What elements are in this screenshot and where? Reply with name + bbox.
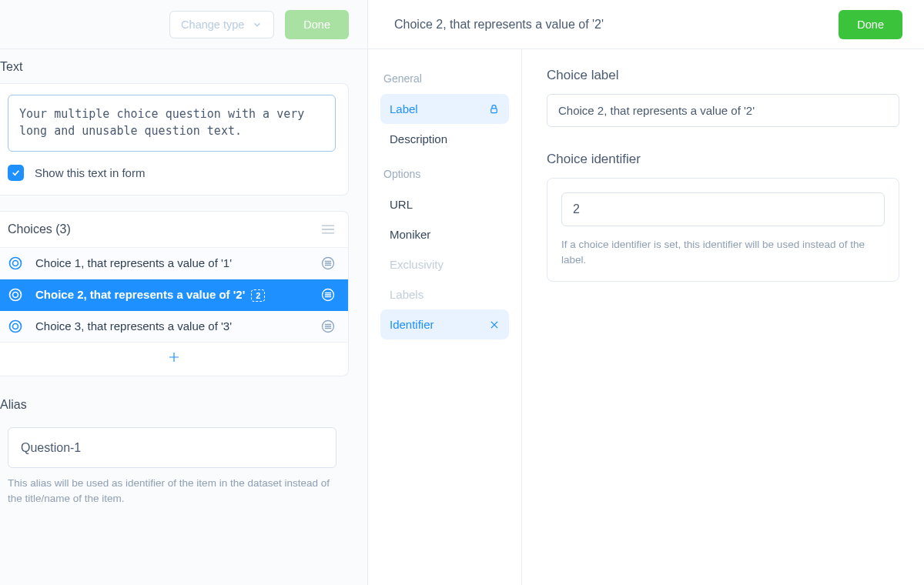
choice-row-3[interactable]: Choice 3, that represents a value of '3'	[0, 311, 348, 343]
nav-item-labels: Labels	[380, 279, 509, 309]
add-choice-button[interactable]	[0, 343, 348, 376]
alias-help-text: This alias will be used as identifier of…	[8, 476, 336, 507]
question-editor-panel: Change type Done Text Show this text in …	[0, 0, 368, 585]
choice-label: Choice 2, that represents a value of '2'…	[35, 288, 308, 301]
choice-identifier-input[interactable]	[561, 192, 885, 226]
nav-item-identifier[interactable]: Identifier	[380, 309, 509, 339]
alias-section-title: Alias	[0, 398, 367, 412]
left-body: Text Show this text in form Choices (3) …	[0, 49, 367, 585]
svg-point-9	[10, 289, 22, 300]
choice-detail-panel: Choice label Choice identifier If a choi…	[522, 0, 924, 585]
reorder-icon[interactable]	[320, 223, 336, 236]
nav-item-label: Moniker	[390, 228, 430, 241]
svg-point-10	[13, 292, 18, 297]
choices-list: Choice 1, that represents a value of '1'…	[0, 248, 348, 343]
nav-list-general: LabelDescription	[380, 94, 509, 154]
nav-item-label: Description	[390, 132, 447, 145]
nav-item-moniker[interactable]: Moniker	[380, 219, 509, 249]
choice-identifier-help: If a choice identifier is set, this iden…	[561, 237, 885, 269]
nav-item-label: Labels	[390, 288, 424, 301]
choice-label-title: Choice label	[547, 68, 899, 83]
svg-point-15	[10, 320, 22, 332]
nav-item-label: Identifier	[390, 318, 434, 331]
close-icon[interactable]	[489, 319, 500, 330]
svg-point-4	[13, 260, 18, 266]
radio-icon	[8, 319, 23, 334]
choice-label-input[interactable]	[547, 94, 899, 127]
detail-header-title: Choice 2, that represents a value of '2'	[394, 18, 604, 32]
nav-item-description[interactable]: Description	[380, 124, 509, 154]
change-type-label: Change type	[181, 18, 244, 31]
text-section-title: Text	[0, 60, 367, 74]
show-text-label: Show this text in form	[35, 166, 145, 179]
svg-point-16	[13, 323, 18, 329]
choices-title: Choices (3)	[8, 222, 71, 236]
text-section-card: Show this text in form	[0, 83, 349, 196]
choice-row-2[interactable]: Choice 2, that represents a value of '2'…	[0, 279, 348, 311]
drag-handle-icon[interactable]	[320, 319, 336, 334]
choice-identifier-title: Choice identifier	[547, 152, 899, 167]
drag-handle-icon[interactable]	[320, 287, 336, 303]
chevron-down-icon	[252, 19, 263, 30]
choices-card: Choices (3) Choice 1, that represents a …	[0, 211, 349, 376]
left-toolbar: Change type Done	[0, 0, 367, 49]
detail-header: Choice 2, that represents a value of '2'…	[368, 0, 924, 49]
nav-item-label: Label	[390, 102, 418, 115]
detail-nav-panel: General LabelDescription Options URLMoni…	[368, 0, 522, 585]
show-text-row[interactable]: Show this text in form	[8, 165, 336, 181]
choice-id-chip: 2	[251, 289, 265, 302]
plus-icon	[167, 350, 181, 364]
radio-icon	[8, 287, 23, 303]
done-button-right[interactable]: Done	[839, 10, 902, 39]
nav-item-exclusivity: Exclusivity	[380, 249, 509, 279]
svg-point-3	[10, 257, 22, 269]
nav-item-label: URL	[390, 198, 413, 211]
drag-handle-icon[interactable]	[320, 256, 336, 271]
choice-identifier-box: If a choice identifier is set, this iden…	[547, 178, 899, 282]
choice-row-1[interactable]: Choice 1, that represents a value of '1'	[0, 248, 348, 279]
svg-rect-23	[491, 109, 497, 113]
nav-list-options: URLMonikerExclusivityLabelsIdentifier	[380, 189, 509, 339]
choice-label: Choice 1, that represents a value of '1'	[35, 256, 308, 269]
done-button-left[interactable]: Done	[285, 10, 349, 39]
nav-item-label[interactable]: Label	[380, 94, 509, 124]
alias-input[interactable]	[8, 427, 336, 468]
show-text-checkbox[interactable]	[8, 165, 24, 181]
choice-identifier-block: Choice identifier If a choice identifier…	[547, 152, 899, 282]
lock-icon	[488, 103, 500, 115]
nav-group-general: General	[383, 72, 509, 85]
change-type-button[interactable]: Change type	[169, 11, 274, 38]
nav-item-label: Exclusivity	[390, 258, 444, 271]
choices-header: Choices (3)	[0, 212, 348, 248]
choice-label-block: Choice label	[547, 68, 899, 127]
choice-label: Choice 3, that represents a value of '3'	[35, 319, 308, 333]
question-text-input[interactable]	[8, 95, 336, 152]
alias-card: This alias will be used as identifier of…	[0, 416, 349, 521]
check-icon	[11, 168, 21, 178]
nav-body: General LabelDescription Options URLMoni…	[368, 49, 521, 355]
radio-icon	[8, 256, 23, 271]
nav-group-options: Options	[383, 168, 509, 180]
nav-item-url[interactable]: URL	[380, 189, 509, 219]
